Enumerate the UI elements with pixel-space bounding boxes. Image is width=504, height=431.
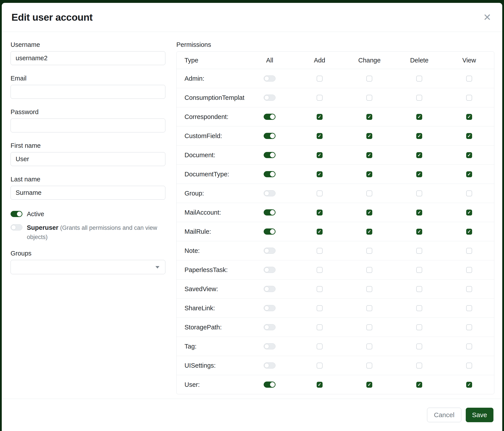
password-input[interactable] <box>10 118 165 132</box>
all-toggle[interactable] <box>264 362 276 368</box>
username-label: Username <box>10 41 165 48</box>
view-checkbox[interactable] <box>466 286 472 292</box>
all-toggle[interactable] <box>264 190 276 196</box>
add-checkbox[interactable] <box>317 190 323 196</box>
add-checkbox[interactable] <box>317 171 323 177</box>
add-checkbox[interactable] <box>317 248 323 254</box>
delete-checkbox[interactable] <box>416 363 422 368</box>
all-toggle[interactable] <box>264 324 276 330</box>
all-toggle[interactable] <box>264 286 276 292</box>
delete-checkbox[interactable] <box>416 324 422 330</box>
view-checkbox[interactable] <box>466 210 472 216</box>
change-checkbox[interactable] <box>366 95 372 101</box>
all-toggle[interactable] <box>264 228 276 235</box>
permission-type-label: ShareLink: <box>177 305 245 312</box>
groups-select[interactable] <box>10 260 165 274</box>
change-checkbox[interactable] <box>366 76 372 81</box>
add-checkbox[interactable] <box>317 363 323 368</box>
add-checkbox[interactable] <box>317 114 323 120</box>
change-checkbox[interactable] <box>366 363 372 368</box>
all-toggle[interactable] <box>264 267 276 273</box>
delete-checkbox[interactable] <box>416 210 422 216</box>
all-toggle[interactable] <box>264 382 276 388</box>
change-checkbox[interactable] <box>366 210 372 216</box>
cancel-button[interactable]: Cancel <box>427 408 461 422</box>
username-input[interactable] <box>10 51 165 65</box>
view-checkbox[interactable] <box>466 229 472 235</box>
add-checkbox[interactable] <box>317 95 323 101</box>
change-checkbox[interactable] <box>366 248 372 254</box>
add-checkbox[interactable] <box>317 343 323 350</box>
first-name-input[interactable] <box>10 152 165 166</box>
view-checkbox[interactable] <box>466 324 472 330</box>
delete-checkbox[interactable] <box>416 171 422 177</box>
view-checkbox[interactable] <box>466 95 472 101</box>
delete-checkbox[interactable] <box>416 95 422 101</box>
change-checkbox[interactable] <box>366 229 372 235</box>
delete-checkbox[interactable] <box>416 286 422 292</box>
change-checkbox[interactable] <box>366 343 372 350</box>
add-checkbox[interactable] <box>317 267 323 273</box>
all-toggle[interactable] <box>264 133 276 139</box>
all-toggle[interactable] <box>264 209 276 216</box>
add-checkbox[interactable] <box>317 229 323 235</box>
view-checkbox[interactable] <box>466 133 472 139</box>
active-toggle[interactable] <box>10 211 22 217</box>
delete-checkbox[interactable] <box>416 152 422 158</box>
delete-checkbox[interactable] <box>416 267 422 273</box>
email-input[interactable] <box>10 85 165 99</box>
all-toggle[interactable] <box>264 171 276 177</box>
delete-checkbox[interactable] <box>416 248 422 254</box>
superuser-toggle[interactable] <box>10 224 22 230</box>
add-checkbox[interactable] <box>317 210 323 216</box>
all-toggle[interactable] <box>264 114 276 120</box>
column-header-view: View <box>444 57 494 64</box>
change-checkbox[interactable] <box>366 152 372 158</box>
view-checkbox[interactable] <box>466 152 472 158</box>
add-checkbox[interactable] <box>317 382 323 388</box>
view-checkbox[interactable] <box>466 382 472 388</box>
delete-checkbox[interactable] <box>416 382 422 388</box>
all-toggle[interactable] <box>264 152 276 158</box>
change-checkbox[interactable] <box>366 267 372 273</box>
view-checkbox[interactable] <box>466 343 472 350</box>
close-icon[interactable]: ✕ <box>482 11 493 24</box>
change-checkbox[interactable] <box>366 286 372 292</box>
change-checkbox[interactable] <box>366 324 372 330</box>
add-checkbox[interactable] <box>317 76 323 81</box>
delete-checkbox[interactable] <box>416 76 422 81</box>
save-button[interactable]: Save <box>466 408 494 422</box>
last-name-input[interactable] <box>10 186 165 200</box>
add-checkbox[interactable] <box>317 152 323 158</box>
delete-checkbox[interactable] <box>416 305 422 311</box>
all-toggle[interactable] <box>264 343 276 350</box>
view-checkbox[interactable] <box>466 363 472 368</box>
all-toggle[interactable] <box>264 75 276 81</box>
change-checkbox[interactable] <box>366 305 372 311</box>
view-checkbox[interactable] <box>466 171 472 177</box>
delete-checkbox[interactable] <box>416 343 422 350</box>
view-checkbox[interactable] <box>466 267 472 273</box>
view-checkbox[interactable] <box>466 305 472 311</box>
change-checkbox[interactable] <box>366 171 372 177</box>
add-checkbox[interactable] <box>317 286 323 292</box>
change-checkbox[interactable] <box>366 382 372 388</box>
change-checkbox[interactable] <box>366 190 372 196</box>
delete-checkbox[interactable] <box>416 229 422 235</box>
add-checkbox[interactable] <box>317 324 323 330</box>
add-checkbox[interactable] <box>317 133 323 139</box>
delete-checkbox[interactable] <box>416 133 422 139</box>
delete-checkbox[interactable] <box>416 190 422 196</box>
all-toggle[interactable] <box>264 95 276 101</box>
change-checkbox[interactable] <box>366 114 372 120</box>
add-checkbox[interactable] <box>317 305 323 311</box>
view-checkbox[interactable] <box>466 76 472 81</box>
view-checkbox[interactable] <box>466 248 472 254</box>
all-toggle[interactable] <box>264 248 276 254</box>
all-toggle[interactable] <box>264 305 276 311</box>
view-checkbox[interactable] <box>466 114 472 120</box>
delete-checkbox[interactable] <box>416 114 422 120</box>
change-checkbox[interactable] <box>366 133 372 139</box>
delete-cell <box>394 267 444 273</box>
view-checkbox[interactable] <box>466 190 472 196</box>
